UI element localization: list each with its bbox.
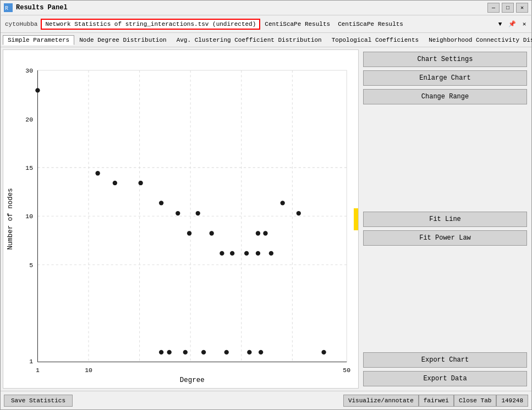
svg-point-41 xyxy=(167,350,172,354)
tab-clustering[interactable]: Avg. Clustering Coefficient Distribution xyxy=(172,35,327,45)
svg-point-32 xyxy=(210,231,214,235)
svg-text:5: 5 xyxy=(29,262,33,269)
status-fairwei[interactable]: fairwei xyxy=(419,395,454,407)
svg-text:1: 1 xyxy=(29,358,33,365)
svg-point-30 xyxy=(196,211,200,215)
svg-point-40 xyxy=(159,350,163,354)
main-container: cytoHubba Network Statistics of string_i… xyxy=(0,15,532,410)
toolbar-right: ▼ 📌 ✕ xyxy=(495,19,529,29)
svg-text:R: R xyxy=(5,5,8,12)
svg-text:50: 50 xyxy=(343,367,350,374)
svg-point-45 xyxy=(247,350,251,354)
tab-row: Simple Parameters Node Degree Distributi… xyxy=(1,33,531,47)
svg-text:Degree: Degree xyxy=(180,376,205,384)
export-data-button[interactable]: Export Data xyxy=(363,371,527,386)
svg-text:30: 30 xyxy=(25,67,33,74)
export-chart-button[interactable]: Export Chart xyxy=(363,352,527,368)
tab-topological[interactable]: Topological Coefficients xyxy=(327,35,424,45)
svg-point-44 xyxy=(224,350,229,354)
yellow-side-tab[interactable] xyxy=(354,208,358,230)
svg-point-48 xyxy=(220,251,224,256)
svg-point-27 xyxy=(139,181,143,185)
tab-neighborhood[interactable]: Neighborhood Connectivity Distribution xyxy=(424,35,532,45)
cytohubba-label: cytoHubba xyxy=(3,20,40,29)
bottom-bar: Save Statistics Visualize/annotate fairw… xyxy=(1,391,531,409)
status-items: Visualize/annotate fairwei Close Tab 149… xyxy=(343,395,528,407)
fit-power-law-button[interactable]: Fit Power Law xyxy=(363,230,527,246)
svg-point-35 xyxy=(263,231,267,235)
svg-text:20: 20 xyxy=(25,116,33,123)
chart-svg: 30 20 15 10 5 1 1 10 50 Number of nodes xyxy=(3,50,358,388)
save-statistics-button[interactable]: Save Statistics xyxy=(4,395,73,407)
centiscap-tab-1[interactable]: CentiScaPe Results xyxy=(261,20,333,29)
status-number: 149248 xyxy=(496,395,528,407)
tab-simple-parameters[interactable]: Simple Parameters xyxy=(3,35,74,45)
svg-text:10: 10 xyxy=(25,213,33,220)
enlarge-chart-button[interactable]: Enlarge Chart xyxy=(363,70,527,86)
svg-point-47 xyxy=(321,350,326,354)
svg-point-43 xyxy=(201,350,206,354)
svg-point-28 xyxy=(159,201,163,205)
status-visualize[interactable]: Visualize/annotate xyxy=(343,395,419,407)
detach-icon[interactable]: ✕ xyxy=(519,19,529,29)
right-panel: Chart Settings Enlarge Chart Change Rang… xyxy=(361,47,531,391)
svg-point-34 xyxy=(256,231,260,235)
title-bar: R Results Panel — □ ✕ xyxy=(0,0,532,15)
pin-icon[interactable]: 📌 xyxy=(507,19,517,29)
dropdown-icon[interactable]: ▼ xyxy=(495,19,505,29)
window-title: Results Panel xyxy=(16,4,487,12)
svg-point-46 xyxy=(259,350,263,354)
chart-area: 30 20 15 10 5 1 1 10 50 Number of nodes xyxy=(3,49,359,389)
minimize-button[interactable]: — xyxy=(487,3,500,13)
svg-point-26 xyxy=(113,181,117,185)
svg-text:1: 1 xyxy=(36,367,40,374)
svg-point-25 xyxy=(95,171,100,175)
app-icon: R xyxy=(4,3,13,12)
svg-point-33 xyxy=(230,251,234,256)
svg-text:Number of nodes: Number of nodes xyxy=(7,188,14,250)
svg-point-49 xyxy=(244,251,249,256)
svg-point-31 xyxy=(187,231,191,235)
change-range-button[interactable]: Change Range xyxy=(363,89,527,104)
fit-line-button[interactable]: Fit Line xyxy=(363,212,527,227)
svg-point-36 xyxy=(281,201,285,205)
network-tab[interactable]: Network Statistics of string_interaction… xyxy=(41,19,260,30)
top-toolbar: cytoHubba Network Statistics of string_i… xyxy=(1,15,531,33)
svg-point-29 xyxy=(175,211,180,215)
svg-point-42 xyxy=(183,350,188,354)
svg-point-37 xyxy=(297,211,301,215)
close-button[interactable]: ✕ xyxy=(516,3,528,13)
window-controls: — □ ✕ xyxy=(487,3,528,13)
content-area: 30 20 15 10 5 1 1 10 50 Number of nodes xyxy=(1,47,531,391)
svg-point-38 xyxy=(256,251,260,256)
tab-node-degree[interactable]: Node Degree Distribution xyxy=(74,35,171,45)
centiscap-tab-2[interactable]: CentiScaPe Results xyxy=(334,20,407,29)
svg-point-24 xyxy=(35,88,40,92)
status-close-tab[interactable]: Close Tab xyxy=(454,395,496,407)
svg-text:15: 15 xyxy=(25,164,33,171)
maximize-button[interactable]: □ xyxy=(502,3,514,13)
svg-point-39 xyxy=(269,251,273,256)
svg-text:10: 10 xyxy=(85,367,92,374)
chart-settings-button[interactable]: Chart Settings xyxy=(363,52,527,67)
